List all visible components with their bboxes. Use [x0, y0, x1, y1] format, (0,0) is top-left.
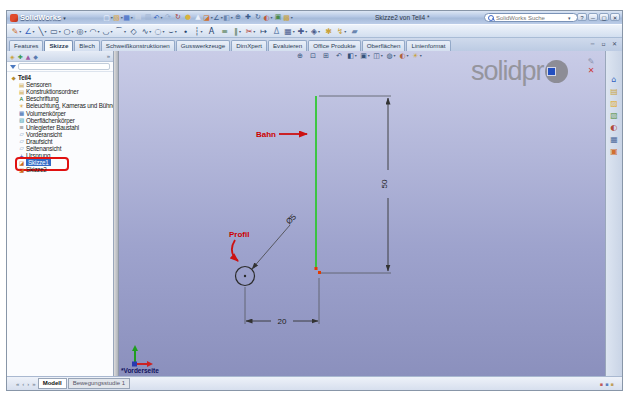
quick-snaps-icon[interactable]: ↯ — [335, 26, 348, 37]
diameter-leader[interactable] — [252, 225, 290, 269]
pan-tool-icon[interactable]: ✚ — [243, 13, 253, 22]
search-box[interactable]: ▾ — [484, 13, 578, 22]
tab-nav-prev-icon[interactable]: ‹ — [21, 381, 25, 387]
save-icon[interactable]: ▦ — [123, 13, 133, 23]
circle-icon[interactable]: ○ — [62, 26, 75, 37]
appearances-scenes-icon[interactable]: ◐ — [611, 123, 618, 133]
graphics-area[interactable]: ⊕⊡⊞↶◧▣◫◍◐☀ solidpr ✎ ✕ — [119, 51, 605, 376]
file-explorer-icon[interactable]: ▨ — [610, 99, 618, 109]
tab-bewegungsstudie[interactable]: Bewegungsstudie 1 — [68, 378, 130, 389]
dimension-tool-icon[interactable]: ∠ — [213, 13, 223, 23]
dim-text-height[interactable]: 50 — [380, 179, 389, 188]
tab-linienformat[interactable]: Linienformat — [406, 40, 450, 51]
close-button[interactable]: ✕ — [610, 13, 620, 21]
document-recovery-icon[interactable]: ▣ — [610, 147, 618, 157]
centerpoint-arc-icon[interactable]: ◠ — [88, 26, 101, 37]
tree-item-skizze1[interactable]: ◪Skizze1 — [18, 159, 113, 166]
options-icon[interactable]: ▩ — [283, 13, 293, 23]
tab-dimxpert[interactable]: DimXpert — [231, 40, 267, 51]
tab-nav-next-icon[interactable]: › — [26, 381, 30, 387]
tab-modell[interactable]: Modell — [38, 378, 67, 389]
redo-icon[interactable]: ↷ — [163, 13, 173, 22]
tree-item-volumenk-rper[interactable]: ▦Volumenkörper — [18, 109, 113, 116]
centerline-icon[interactable]: ┆ — [192, 26, 205, 37]
trim-entities-icon[interactable]: ✂ — [244, 26, 257, 37]
filter-input[interactable] — [18, 63, 110, 70]
open-icon[interactable]: ▧ — [113, 13, 123, 23]
dimxpertmanager-tab-icon[interactable]: ◆ — [33, 53, 38, 60]
doc-close-icon[interactable]: ✕ — [610, 40, 619, 47]
maximize-button[interactable]: ▢ — [599, 13, 609, 21]
point-icon[interactable]: ∙ — [179, 26, 192, 37]
tab-oberfl-chen[interactable]: Oberflächen — [362, 40, 406, 51]
tab-gusswerkzeuge[interactable]: Gusswerkzeuge — [176, 40, 230, 51]
select-icon[interactable]: ▲ — [193, 13, 203, 22]
filter-icon[interactable] — [10, 65, 16, 69]
line-icon[interactable]: ╲ — [36, 26, 49, 37]
tree-item-seitenansicht[interactable]: ▱Seitenansicht — [18, 145, 113, 152]
rapid-sketch-icon[interactable]: ▰ — [348, 26, 361, 37]
tree-item-vorderansicht[interactable]: ▱Vorderansicht — [18, 131, 113, 138]
circle-center-point[interactable] — [244, 275, 246, 277]
three-point-arc-icon[interactable]: ⌒ — [114, 26, 127, 37]
fillet-icon[interactable]: ⌣ — [166, 26, 179, 37]
tree-item-oberfl-chenk-rper[interactable]: ▨Oberflächenkörper — [18, 117, 113, 124]
tree-item-sensoren[interactable]: ▤Sensoren — [18, 81, 113, 88]
featuremanager-tab-icon[interactable]: ◈ — [10, 53, 15, 60]
perimeter-circle-icon[interactable]: ◎ — [75, 26, 88, 37]
mirror-entities-icon[interactable]: Δ — [270, 26, 283, 37]
print-icon[interactable]: ▤ — [133, 13, 143, 22]
sketch-origin-point[interactable] — [318, 271, 321, 274]
tree-item-beleuchtung-kameras-und-b-hne[interactable]: ☀Beleuchtung, Kameras und Bühne — [18, 102, 113, 109]
search-input[interactable] — [496, 15, 566, 21]
smart-dimension-icon[interactable]: ∠ — [23, 26, 36, 37]
tab-office-produkte[interactable]: Office Produkte — [308, 40, 361, 51]
help-button[interactable]: ? — [577, 13, 587, 21]
convert-entities-icon[interactable]: ≡ — [218, 26, 231, 37]
move-entities-icon[interactable]: ✚ — [296, 26, 309, 37]
scene-icon[interactable]: ▣ — [273, 13, 283, 22]
view-settings-icon[interactable]: ◧ — [223, 13, 233, 23]
print-preview-icon[interactable]: ▥ — [143, 13, 153, 22]
status-blue-icon[interactable]: ▪ — [605, 381, 608, 387]
spline-icon[interactable]: ∿ — [140, 26, 153, 37]
zoom-tool-icon[interactable]: ⊕ — [233, 13, 243, 22]
tree-item-beschriftung[interactable]: ABeschriftung — [18, 95, 113, 102]
tree-item-unlegierter-baustahl[interactable]: ≡Unlegierter Baustahl — [18, 124, 113, 131]
tab-nav-first-icon[interactable]: « — [15, 381, 20, 387]
display-relations-icon[interactable]: ◈ — [309, 26, 322, 37]
custom-properties-icon[interactable]: ▦ — [610, 135, 618, 145]
configurationmanager-tab-icon[interactable]: ▲ — [26, 53, 31, 60]
tab-evaluieren[interactable]: Evaluieren — [268, 40, 307, 51]
status-gold-icon[interactable]: ▪ — [611, 381, 614, 387]
solidworks-menu[interactable]: SolidWorks ▾ — [7, 13, 103, 22]
extend-entities-icon[interactable]: ↦ — [257, 26, 270, 37]
linear-pattern-icon[interactable]: ▦ — [283, 26, 296, 37]
new-icon[interactable]: ▢ — [103, 13, 113, 23]
undo-icon[interactable]: ↶ — [153, 13, 163, 23]
dim-text-diameter[interactable]: Ø5 — [284, 212, 298, 226]
status-red-icon[interactable]: ▪ — [600, 381, 603, 387]
polygon-icon[interactable]: ◇ — [127, 26, 140, 37]
tree-item-teil4[interactable]: ◆Teil4 — [10, 74, 113, 81]
tab-nav-last-icon[interactable]: » — [31, 381, 36, 387]
minimize-button[interactable]: ─ — [588, 13, 598, 21]
sketch-exit-icon[interactable]: ✎ — [10, 26, 23, 37]
sketch-mode-icon[interactable]: ◪ — [203, 13, 213, 23]
doc-minimize-icon[interactable]: ─ — [588, 40, 597, 47]
rebuild-icon[interactable]: ↻ — [173, 13, 183, 22]
sketch-repair-icon[interactable]: ✱ — [322, 26, 335, 37]
design-library-icon[interactable]: ▤ — [610, 87, 618, 97]
solidworks-resources-icon[interactable]: ⌂ — [611, 75, 616, 85]
doc-restore-icon[interactable]: ▫ — [599, 40, 608, 47]
tab-features[interactable]: Features — [9, 40, 43, 51]
propertymanager-tab-icon[interactable]: ✚ — [18, 53, 23, 60]
text-icon[interactable]: A — [205, 26, 218, 37]
tab-skizze[interactable]: Skizze — [44, 40, 73, 51]
tree-item-ursprung[interactable]: +Ursprung — [18, 152, 113, 159]
tree-item-konstruktionsordner[interactable]: ▤Konstruktionsordner — [18, 88, 113, 95]
rectangle-icon[interactable]: ▭ — [49, 26, 62, 37]
search-chevron-icon[interactable]: ▾ — [568, 15, 571, 21]
dim-text-width[interactable]: 20 — [278, 317, 287, 326]
panel-chevron-icon[interactable]: » — [107, 53, 110, 59]
